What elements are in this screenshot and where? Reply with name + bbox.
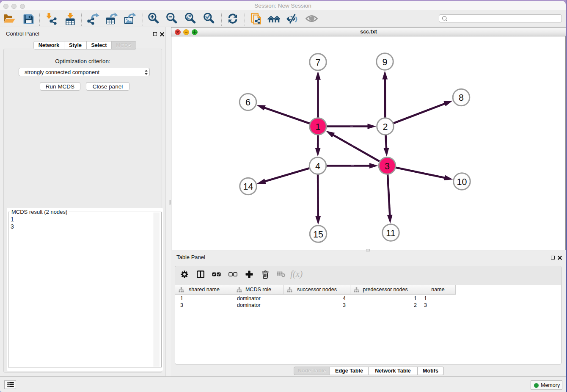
svg-text:1: 1 — [316, 122, 321, 132]
svg-text:7: 7 — [316, 58, 321, 68]
svg-text:8: 8 — [459, 93, 464, 103]
svg-text:14: 14 — [243, 182, 253, 192]
svg-text:4: 4 — [315, 161, 320, 171]
svg-text:15: 15 — [313, 229, 323, 240]
svg-text:10: 10 — [457, 177, 467, 187]
svg-text:3: 3 — [385, 161, 390, 171]
svg-text:2: 2 — [383, 122, 388, 132]
svg-text:9: 9 — [383, 57, 388, 67]
svg-text:6: 6 — [245, 97, 250, 108]
svg-text:11: 11 — [386, 228, 395, 238]
